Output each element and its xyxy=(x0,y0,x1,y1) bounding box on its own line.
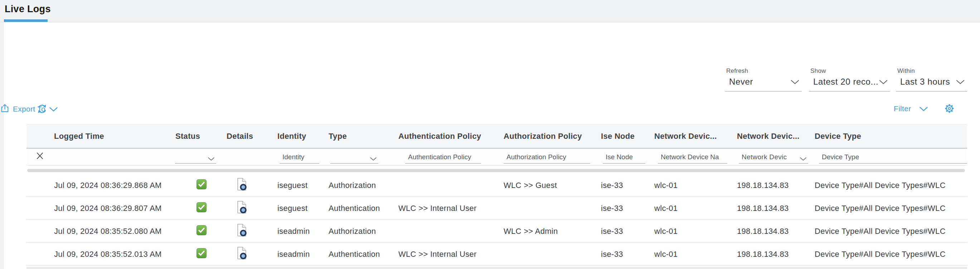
cell-device-type: Device Type#All Device Types#WLC xyxy=(815,227,967,236)
status-passed-check-icon xyxy=(197,179,207,189)
cell-details xyxy=(227,200,277,216)
horizontal-scrollbar xyxy=(27,166,967,174)
table-row: Jul 09, 2024 08:36:29.868 AM iseguest Au… xyxy=(27,174,967,197)
cell-type: Authorization xyxy=(329,181,398,190)
cell-network-device-name: wlc-01 xyxy=(654,204,737,213)
cell-ise-node: ise-33 xyxy=(601,227,654,236)
cell-status xyxy=(175,179,227,192)
device-type-filter-input[interactable] xyxy=(819,153,967,163)
cell-authentication-policy: WLC >> Internal User xyxy=(398,204,504,213)
column-header-network-device-name[interactable]: Network Devic... xyxy=(654,131,737,141)
cell-logged-time: Jul 09, 2024 08:35:52.013 AM xyxy=(54,250,175,259)
details-report-icon xyxy=(236,178,247,191)
refresh-dropdown[interactable]: Refresh Never xyxy=(725,67,802,91)
cell-status xyxy=(175,248,227,260)
chevron-down-icon xyxy=(800,157,807,161)
export-to-button[interactable]: Export To xyxy=(0,103,980,115)
show-dropdown[interactable]: Show Latest 20 reco... xyxy=(809,67,890,91)
details-button[interactable] xyxy=(236,223,247,237)
column-header-authentication-policy[interactable]: Authentication Policy xyxy=(398,131,504,141)
status-filter-dropdown[interactable] xyxy=(175,157,216,163)
cell-authorization-policy: WLC >> Admin xyxy=(504,227,601,236)
within-value: Last 3 hours xyxy=(900,77,950,87)
chevron-down-icon xyxy=(879,79,888,85)
table-body: Jul 09, 2024 08:36:29.868 AM iseguest Au… xyxy=(27,174,967,266)
cell-authentication-policy: WLC >> Internal User xyxy=(398,250,504,259)
cell-network-device-ip: 198.18.134.83 xyxy=(737,227,815,236)
table-action-bar: Export To Filter xyxy=(0,103,980,115)
filter-chevron-icon xyxy=(919,106,929,112)
network-device-ip-filter-dropdown[interactable]: Network Devic xyxy=(739,153,808,163)
column-header-device-type[interactable]: Device Type xyxy=(815,131,967,141)
table-bottom-edge xyxy=(27,267,967,269)
cell-ise-node: ise-33 xyxy=(601,204,654,213)
status-passed-check-icon xyxy=(197,248,207,258)
column-header-identity[interactable]: Identity xyxy=(277,131,329,141)
details-button[interactable] xyxy=(236,178,247,191)
network-device-name-filter-input[interactable] xyxy=(658,153,727,163)
type-filter-dropdown[interactable] xyxy=(330,157,378,163)
cell-type: Authentication xyxy=(329,250,398,259)
column-header-ise-node[interactable]: Ise Node xyxy=(601,131,654,141)
table-row: Jul 09, 2024 08:36:29.807 AM iseguest Au… xyxy=(27,197,967,220)
page-title: Live Logs xyxy=(5,3,51,15)
cell-device-type: Device Type#All Device Types#WLC xyxy=(815,204,967,213)
authorization-policy-filter-input[interactable] xyxy=(504,153,590,163)
cell-logged-time: Jul 09, 2024 08:36:29.807 AM xyxy=(54,204,175,213)
cell-network-device-ip: 198.18.134.83 xyxy=(737,250,815,259)
cell-logged-time: Jul 09, 2024 08:36:29.868 AM xyxy=(54,181,175,190)
cell-status xyxy=(175,225,227,237)
refresh-label: Refresh xyxy=(725,67,802,75)
clear-filters-button[interactable] xyxy=(36,152,44,161)
column-header-type[interactable]: Type xyxy=(329,131,398,141)
column-header-network-device-ip[interactable]: Network Devic... xyxy=(737,131,815,141)
within-label: Within xyxy=(896,67,967,75)
details-report-icon xyxy=(236,223,247,237)
within-dropdown[interactable]: Within Last 3 hours xyxy=(896,67,967,91)
filter-button[interactable]: Filter xyxy=(894,104,929,113)
details-button[interactable] xyxy=(236,200,247,214)
chevron-down-icon xyxy=(208,157,215,161)
horizontal-scrollbar-thumb[interactable] xyxy=(27,169,965,172)
cell-identity: iseadmin xyxy=(277,250,329,259)
gear-icon xyxy=(944,110,955,115)
ise-node-filter-input[interactable] xyxy=(603,153,645,163)
cell-status xyxy=(175,202,227,215)
export-upload-icon xyxy=(0,103,10,115)
cell-details xyxy=(227,178,277,193)
details-report-icon xyxy=(236,247,247,260)
status-passed-check-icon xyxy=(197,225,207,235)
status-passed-check-icon xyxy=(197,202,207,212)
column-header-details[interactable]: Details xyxy=(227,131,277,141)
clear-filters-x-icon xyxy=(36,156,44,161)
cell-type: Authentication xyxy=(329,204,398,213)
cell-network-device-ip: 198.18.134.83 xyxy=(737,181,815,190)
cell-device-type: Device Type#All Device Types#WLC xyxy=(815,181,967,190)
settings-button[interactable] xyxy=(944,103,955,115)
column-header-authorization-policy[interactable]: Authorization Policy xyxy=(504,131,601,141)
cell-identity: iseguest xyxy=(277,181,329,190)
column-header-logged-time[interactable]: Logged Time xyxy=(54,131,175,141)
table-row: Jul 09, 2024 08:35:52.013 AM iseadmin Au… xyxy=(27,243,967,266)
cell-authorization-policy: WLC >> Guest xyxy=(504,181,601,190)
cell-logged-time: Jul 09, 2024 08:35:52.080 AM xyxy=(54,227,175,236)
live-logs-table: Logged Time Status Details Identity Type… xyxy=(27,124,967,266)
table-row: Jul 09, 2024 08:35:52.080 AM iseadmin Au… xyxy=(27,220,967,243)
cell-ise-node: ise-33 xyxy=(601,181,654,190)
chevron-down-icon xyxy=(49,107,58,112)
details-button[interactable] xyxy=(236,247,247,260)
refresh-value: Never xyxy=(729,77,753,87)
details-report-icon xyxy=(236,200,247,214)
cell-network-device-ip: 198.18.134.83 xyxy=(737,204,815,213)
authentication-policy-filter-input[interactable] xyxy=(405,153,481,163)
table-header-row: Logged Time Status Details Identity Type… xyxy=(27,124,967,149)
identity-filter-input[interactable] xyxy=(280,153,319,163)
cell-network-device-name: wlc-01 xyxy=(654,181,737,190)
chevron-down-icon xyxy=(370,157,377,161)
cell-network-device-name: wlc-01 xyxy=(654,250,737,259)
chevron-down-icon xyxy=(956,79,965,85)
table-filter-row: Network Devic xyxy=(27,149,967,166)
column-header-status[interactable]: Status xyxy=(175,131,227,141)
refresh-logs-button[interactable] xyxy=(37,103,48,115)
filter-label: Filter xyxy=(894,104,911,113)
